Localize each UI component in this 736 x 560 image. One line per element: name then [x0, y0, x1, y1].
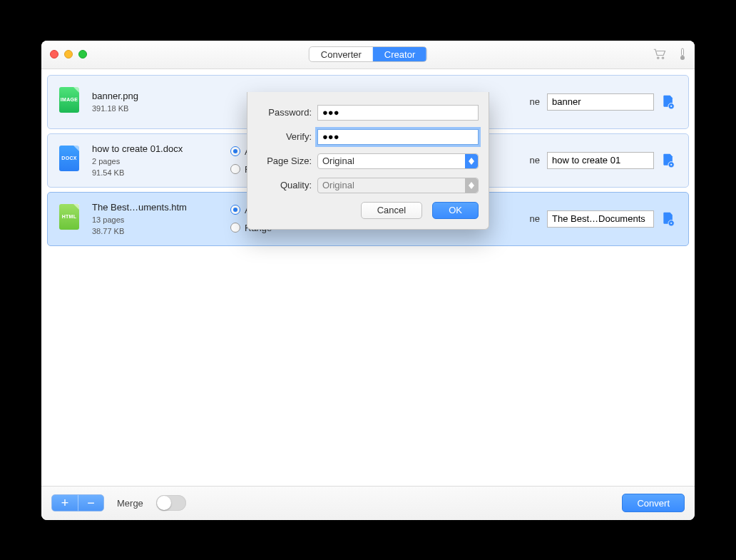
quality-label: Quality: [257, 180, 312, 190]
page-size-label: Page Size: [257, 156, 312, 166]
settings-sheet: Password: Verify: Page Size: Original Qu… [247, 92, 489, 230]
file-pages: 13 pages [92, 215, 220, 224]
thermometer-icon[interactable] [679, 48, 686, 61]
merge-label: Merge [117, 498, 143, 509]
file-pages: 2 pages [92, 157, 220, 166]
svg-point-7 [670, 163, 672, 165]
file-name: banner.png [92, 91, 220, 101]
converter-tab[interactable]: Converter [310, 47, 373, 61]
output-name-input[interactable] [547, 210, 654, 228]
remove-file-button[interactable]: − [78, 495, 103, 511]
svg-point-3 [680, 56, 685, 60]
file-size: 38.77 KB [92, 227, 220, 235]
verify-label: Verify: [257, 131, 312, 142]
footer-toolbar: + − Merge Convert [41, 486, 695, 520]
convert-button[interactable]: Convert [622, 494, 685, 512]
file-name: how to create 01.docx [92, 143, 220, 154]
cart-icon[interactable] [653, 49, 666, 60]
creator-tab[interactable]: Creator [373, 47, 426, 61]
output-name-label-fragment: ne [530, 213, 540, 224]
quality-select[interactable]: Original [317, 178, 479, 193]
close-window-button[interactable] [50, 50, 58, 58]
add-file-button[interactable]: + [52, 495, 78, 511]
password-label: Password: [257, 107, 312, 118]
svg-point-0 [658, 57, 659, 58]
svg-point-9 [670, 222, 672, 223]
output-name-input[interactable] [547, 93, 654, 111]
file-settings-icon[interactable] [661, 153, 675, 168]
output-name-label-fragment: ne [530, 96, 540, 107]
select-arrows-icon [465, 178, 478, 193]
file-settings-icon[interactable] [661, 211, 675, 227]
add-remove-control: + − [51, 494, 104, 511]
ok-button[interactable]: OK [432, 202, 479, 219]
mode-segmented-control: Converter Creator [309, 46, 427, 62]
zoom-window-button[interactable] [78, 50, 87, 58]
verify-input[interactable] [317, 129, 479, 145]
file-type-icon: DOCX [56, 141, 82, 180]
cancel-button[interactable]: Cancel [361, 202, 422, 219]
file-type-icon: HTML [56, 200, 82, 238]
file-size: 391.18 KB [92, 104, 220, 113]
merge-toggle[interactable] [156, 495, 186, 511]
file-settings-icon[interactable] [661, 94, 675, 110]
minimize-window-button[interactable] [64, 50, 73, 58]
titlebar: Converter Creator [41, 41, 695, 69]
output-name-label-fragment: ne [530, 155, 540, 166]
svg-rect-2 [682, 49, 684, 56]
file-size: 91.54 KB [92, 168, 220, 177]
file-name: The Best…uments.htm [92, 202, 220, 213]
password-input[interactable] [317, 105, 479, 121]
page-size-select[interactable]: Original [317, 153, 479, 169]
svg-point-1 [662, 57, 663, 58]
file-type-icon: IMAGE [56, 83, 82, 121]
select-arrows-icon [465, 154, 478, 168]
output-name-input[interactable] [547, 152, 654, 169]
window-controls [50, 50, 87, 58]
